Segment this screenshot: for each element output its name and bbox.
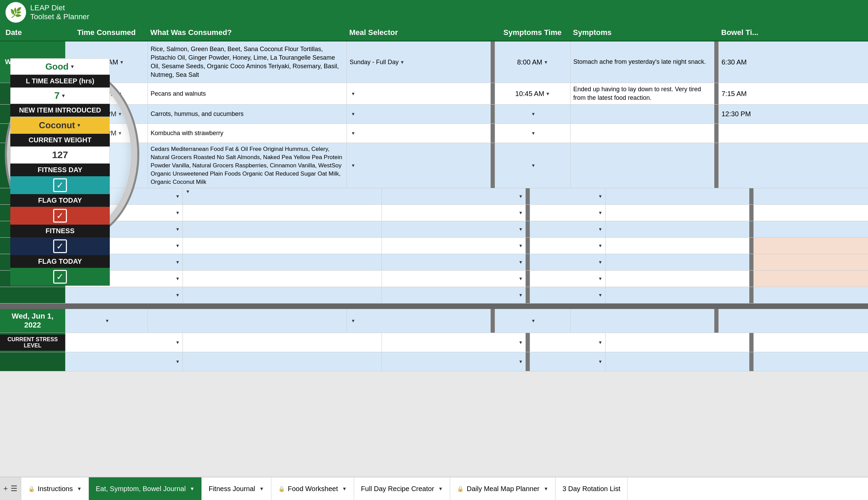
logo-icon: 🌿 [10,7,22,18]
tab-dropdown-icon[interactable]: ▼ [342,486,347,491]
what-cell: Carrots, hummus, and cucumbers [147,105,347,124]
dropdown-icon[interactable]: ▼ [598,359,602,364]
time-cell[interactable]: 11:30 AM ▼ [65,42,147,83]
table-row: ▼ ▼ ▼ [0,271,868,287]
time-dropdown-icon[interactable]: ▼ [105,163,110,168]
tab-dropdown-icon[interactable]: ▼ [259,486,264,491]
sym-time-dropdown-icon[interactable]: ▼ [531,112,536,117]
dropdown-icon[interactable]: ▼ [175,194,180,199]
dropdown-icon[interactable]: ▼ [518,243,523,248]
sym-time-dropdown-icon[interactable]: ▼ [531,318,536,323]
tab-food-worksheet[interactable]: 🔒 Food Worksheet ▼ [271,477,354,500]
time-dropdown-icon[interactable]: ▼ [118,91,122,96]
time-dropdown-icon[interactable]: ▼ [118,130,122,136]
dropdown-icon[interactable]: ▼ [175,340,180,345]
table-row: ▼ ▼ ▼ [0,221,868,238]
divider2 [749,205,753,221]
sym-time-dropdown-icon[interactable]: ▼ [545,91,550,96]
sym-time-cell[interactable]: ▼ [495,309,570,333]
symptoms-cell [570,309,714,333]
meal-dropdown-icon[interactable]: ▼ [351,163,356,168]
app-header: 🌿 LEAP Diet Toolset & Planner [0,0,868,25]
column-headers: Date Time Consumed What Was Consumed? Me… [0,25,868,42]
meal-dropdown-icon[interactable]: ▼ [351,112,356,117]
time-dropdown-icon[interactable]: ▼ [120,60,124,65]
table-row: ▼ ▼ ▼ ▼ [0,188,868,205]
dropdown-icon[interactable]: ▼ [518,227,523,232]
meal-cell[interactable]: ▼ [347,143,491,188]
divider [491,309,495,333]
sym-time-cell[interactable]: ▼ [495,143,570,188]
tab-rotation-list[interactable]: 3 Day Rotation List [555,477,628,500]
time-cell[interactable]: 4:30 PM ▼ [65,105,147,124]
dropdown-icon[interactable]: ▼ [175,260,180,265]
dropdown-icon[interactable]: ▼ [175,276,180,281]
tab-dropdown-icon[interactable]: ▼ [544,486,549,491]
meal-cell[interactable]: ▼ [347,124,491,143]
time-dropdown-icon[interactable]: ▼ [105,318,110,323]
tab-label: Full Day Recipe Creator [361,485,434,493]
dropdown-icon[interactable]: ▼ [518,276,523,281]
time-cell[interactable]: ▼ [65,143,147,188]
divider [526,238,530,254]
dropdown-icon[interactable]: ▼ [518,260,523,265]
date-section-2: Wed, Jun 1, 2022 ▼ ▼ ▼ CURRENT STRESS LE… [0,309,868,372]
divider2 [749,333,753,352]
tab-dropdown-icon[interactable]: ▼ [190,486,194,491]
meal-dropdown-icon[interactable]: ▼ [351,318,356,323]
add-sheet-button[interactable]: + [3,484,8,493]
time-cell[interactable]: 1:15 PM ▼ [65,83,147,104]
dropdown-icon[interactable]: ▼ [175,210,180,215]
table-row: 4:45 PM ▼ Kombucha with strawberry ▼ ▼ [0,124,868,143]
tab-instructions[interactable]: 🔒 Instructions ▼ [21,477,89,500]
sym-time-cell[interactable]: ▼ [495,105,570,124]
dropdown-icon[interactable]: ▼ [598,340,602,345]
time-dropdown-icon[interactable]: ▼ [118,112,122,117]
dropdown-icon[interactable]: ▼ [518,340,523,345]
tab-meal-map[interactable]: 🔒 Daily Meal Map Planner ▼ [450,477,555,500]
dropdown-icon[interactable]: ▼ [598,194,602,199]
divider2 [749,287,753,303]
tab-eat-symptom[interactable]: Eat, Symptom, Bowel Journal ▼ [89,477,202,500]
meal-cell[interactable]: Sunday - Full Day ▼ [347,42,491,83]
dropdown-icon[interactable]: ▼ [598,260,602,265]
col-header-time: Time Consumed [65,28,147,37]
sym-time-cell[interactable]: 10:45 AM ▼ [495,83,570,104]
divider2 [714,309,719,333]
sym-time-cell[interactable]: ▼ [495,124,570,143]
dropdown-icon[interactable]: ▼ [175,293,180,298]
dropdown-icon[interactable]: ▼ [175,243,180,248]
meal-dropdown-icon[interactable]: ▼ [351,91,356,96]
dropdown-icon[interactable]: ▼ [175,227,180,232]
dropdown-icon[interactable]: ▼ [184,188,191,195]
time-cell[interactable]: 4:45 PM ▼ [65,124,147,143]
dropdown-icon[interactable]: ▼ [518,359,523,364]
meal-dropdown-icon[interactable]: ▼ [351,130,356,136]
dropdown-icon[interactable]: ▼ [175,359,180,364]
dropdown-icon[interactable]: ▼ [598,243,602,248]
dropdown-icon[interactable]: ▼ [598,276,602,281]
meal-dropdown-icon[interactable]: ▼ [400,60,405,65]
date-cell [0,83,65,104]
sym-time-dropdown-icon[interactable]: ▼ [531,130,536,136]
dropdown-icon[interactable]: ▼ [598,227,602,232]
meal-cell[interactable]: ▼ [347,83,491,104]
menu-button[interactable]: ☰ [11,484,18,493]
dropdown-icon[interactable]: ▼ [598,210,602,215]
dropdown-icon[interactable]: ▼ [518,293,523,298]
time-cell[interactable]: ▼ [65,309,147,333]
dropdown-icon[interactable]: ▼ [598,293,602,298]
meal-cell[interactable]: ▼ [347,105,491,124]
sym-time-cell[interactable]: 8:00 AM ▼ [495,42,570,83]
table-row: ▼ ▼ ▼ [0,205,868,221]
tab-recipe-creator[interactable]: Full Day Recipe Creator ▼ [354,477,450,500]
dropdown-icon[interactable]: ▼ [518,210,523,215]
sym-time-dropdown-icon[interactable]: ▼ [531,163,536,168]
sym-time-dropdown-icon[interactable]: ▼ [544,60,548,65]
meal-cell[interactable]: ▼ [347,309,491,333]
tab-dropdown-icon[interactable]: ▼ [77,486,82,491]
tab-fitness-journal[interactable]: Fitness Journal ▼ [202,477,271,500]
tab-dropdown-icon[interactable]: ▼ [438,486,443,491]
dropdown-icon[interactable]: ▼ [518,194,523,199]
date-cell [0,143,65,188]
